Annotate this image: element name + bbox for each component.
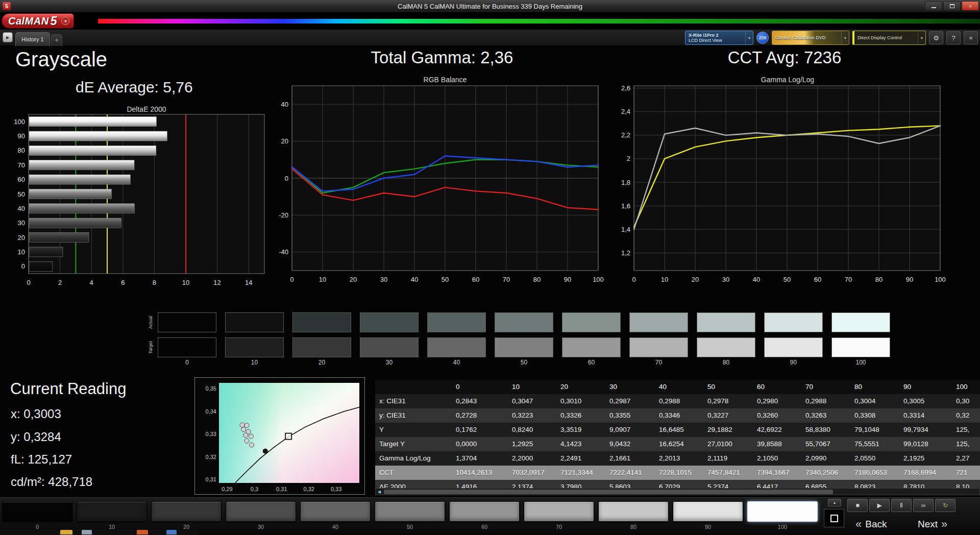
table-cell: 7340,2506 bbox=[801, 466, 850, 480]
table-cell: 0,2988 bbox=[801, 394, 850, 408]
table-cell: 7121,3344 bbox=[556, 466, 605, 480]
swatch-level-label: 70 bbox=[629, 359, 688, 366]
total-gamma-value: Total Gamma: 2,36 bbox=[289, 48, 595, 67]
table-cell: 0,3263 bbox=[801, 408, 850, 423]
pattern-level-button-10[interactable] bbox=[77, 501, 147, 522]
minimize-button[interactable] bbox=[925, 1, 942, 11]
collapse-up-button[interactable]: ▲ bbox=[828, 499, 841, 506]
toolbar-right-group: X-Rite i1Pro 2 LCD Direct View ▼ 208 Gen… bbox=[685, 31, 978, 45]
taskbar-icon[interactable] bbox=[60, 530, 72, 534]
pattern-level-button-0[interactable] bbox=[2, 501, 72, 522]
help-button[interactable]: ? bbox=[946, 31, 961, 44]
svg-text:2,2: 2,2 bbox=[621, 131, 630, 139]
close-session-button[interactable]: × bbox=[964, 31, 978, 44]
pattern-level-button-50[interactable] bbox=[375, 501, 445, 522]
svg-text:0,29: 0,29 bbox=[222, 486, 232, 492]
svg-text:0,35: 0,35 bbox=[206, 385, 216, 392]
table-cell: 39,8588 bbox=[753, 437, 801, 451]
table-cell: 0,3227 bbox=[703, 408, 753, 423]
pattern-level-button-30[interactable] bbox=[226, 501, 296, 522]
next-button[interactable]: Next» bbox=[918, 516, 974, 533]
maximize-button[interactable] bbox=[943, 1, 961, 11]
meter-dropdown[interactable]: X-Rite i1Pro 2 LCD Direct View ▼ bbox=[685, 31, 753, 45]
table-cell: 0,8240 bbox=[508, 423, 556, 437]
table-scrollbar[interactable]: ◀ bbox=[375, 488, 980, 495]
add-tab-button[interactable]: + bbox=[51, 34, 62, 46]
taskbar-icon[interactable] bbox=[166, 530, 177, 534]
pattern-level-button-20[interactable] bbox=[151, 501, 222, 522]
svg-text:80: 80 bbox=[875, 276, 883, 283]
workflow-expander-button[interactable]: ▶ bbox=[3, 32, 13, 42]
table-cell: 0,3308 bbox=[850, 408, 899, 423]
table-cell: 4,1423 bbox=[556, 437, 605, 451]
refresh-button[interactable]: ↻ bbox=[935, 499, 955, 512]
target-swatch-80 bbox=[697, 337, 755, 357]
rgb-balance-chart: 010203040506070809010040200-20-40 bbox=[271, 82, 605, 282]
table-cell: 0,2980 bbox=[753, 394, 801, 408]
pattern-window-button[interactable] bbox=[824, 509, 844, 527]
svg-text:0,33: 0,33 bbox=[206, 431, 216, 437]
swatch-level-label: 100 bbox=[831, 359, 890, 366]
pattern-level-button-90[interactable] bbox=[673, 501, 743, 522]
svg-text:1,8: 1,8 bbox=[621, 179, 630, 186]
taskbar-icon[interactable] bbox=[82, 530, 92, 534]
svg-text:1,2: 1,2 bbox=[621, 249, 630, 257]
scroll-left-icon[interactable]: ◀ bbox=[376, 489, 383, 495]
target-swatch-100 bbox=[831, 337, 890, 357]
logo-menu-chevron-icon[interactable]: ▼ bbox=[61, 17, 69, 25]
column-header: 40 bbox=[655, 380, 703, 394]
svg-text:60: 60 bbox=[18, 176, 25, 183]
display-control-dropdown[interactable]: Direct Display Control ▼ bbox=[852, 31, 926, 45]
section-title-grayscale: Grayscale bbox=[15, 48, 107, 71]
svg-text:20: 20 bbox=[350, 276, 357, 283]
settings-button[interactable]: ⚙ bbox=[929, 31, 943, 44]
table-cell: 0,3314 bbox=[899, 408, 952, 423]
target-swatch-10 bbox=[225, 337, 284, 357]
table-cell: 0,3005 bbox=[899, 394, 952, 408]
table-cell: 16,6254 bbox=[655, 437, 703, 451]
tab-history-1[interactable]: History 1 bbox=[15, 32, 50, 46]
reading-x-value: x: 0,3003 bbox=[11, 407, 61, 421]
svg-text:4: 4 bbox=[90, 279, 93, 286]
table-cell: 99,7934 bbox=[899, 423, 952, 437]
row-label bbox=[375, 380, 452, 394]
table-cell: 125, bbox=[952, 423, 980, 437]
swatch-level-label: 60 bbox=[562, 359, 621, 366]
table-cell: 42,6922 bbox=[753, 423, 801, 437]
close-button[interactable]: × bbox=[962, 1, 979, 11]
svg-text:1,4: 1,4 bbox=[621, 226, 630, 233]
svg-text:50: 50 bbox=[442, 276, 449, 283]
stop-button[interactable]: ■ bbox=[847, 499, 868, 512]
svg-text:2: 2 bbox=[58, 279, 62, 286]
pattern-level-button-40[interactable] bbox=[300, 501, 371, 522]
play-button[interactable]: ▶ bbox=[869, 499, 890, 512]
svg-text:80: 80 bbox=[533, 276, 541, 283]
svg-text:30: 30 bbox=[722, 276, 729, 283]
pattern-level-button-60[interactable] bbox=[449, 501, 520, 522]
svg-text:40: 40 bbox=[753, 276, 760, 283]
scroll-thumb[interactable] bbox=[384, 490, 833, 494]
column-header: 60 bbox=[753, 380, 801, 394]
pattern-level-button-100[interactable] bbox=[747, 501, 818, 522]
loop-button[interactable]: ∞ bbox=[913, 499, 934, 512]
minimize-icon bbox=[932, 4, 936, 8]
table-cell: 0,2728 bbox=[452, 408, 508, 423]
table-cell: 2,1925 bbox=[899, 451, 952, 466]
taskbar-icon[interactable] bbox=[137, 530, 148, 534]
toolbar: ▶ History 1 + X-Rite i1Pro 2 LCD Direct … bbox=[0, 30, 980, 46]
calman-logo[interactable]: CalMAN 5 ▼ bbox=[2, 13, 74, 29]
source-dropdown[interactable]: Generic Calibration DVD ▼ bbox=[772, 31, 849, 45]
table-cell: 0,2843 bbox=[452, 394, 508, 408]
chevron-down-icon: ▼ bbox=[745, 31, 753, 44]
table-cell: 0,3260 bbox=[753, 408, 801, 423]
table-cell: 2,2491 bbox=[556, 451, 605, 466]
pattern-level-button-70[interactable] bbox=[524, 501, 594, 522]
target-swatch-90 bbox=[764, 337, 823, 357]
swatch-level-label: 20 bbox=[292, 359, 351, 366]
pause-button[interactable]: Ⅱ bbox=[891, 499, 912, 512]
pattern-level-label: 80 bbox=[598, 524, 669, 530]
table-cell: 7394,1667 bbox=[753, 466, 801, 480]
pattern-level-button-80[interactable] bbox=[598, 501, 669, 522]
back-button[interactable]: «Back bbox=[855, 516, 912, 533]
svg-text:-20: -20 bbox=[279, 211, 288, 219]
